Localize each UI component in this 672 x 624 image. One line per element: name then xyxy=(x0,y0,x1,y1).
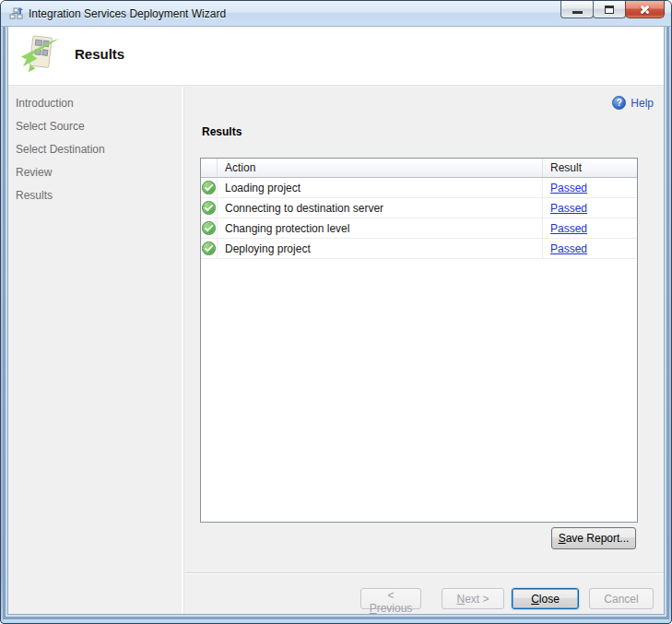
minimize-icon xyxy=(572,11,583,14)
sidebar-item-results: Results xyxy=(8,184,182,207)
status-cell xyxy=(201,198,218,218)
column-header-action[interactable]: Action xyxy=(218,159,543,177)
sidebar-item-introduction: Introduction xyxy=(8,92,182,115)
table-header: Action Result xyxy=(201,159,637,178)
result-link[interactable]: Passed xyxy=(550,242,587,255)
help-link[interactable]: ? Help xyxy=(612,96,654,110)
sidebar-item-select-destination: Select Destination xyxy=(8,138,182,161)
check-circle-icon xyxy=(202,201,216,215)
footer-buttons: < PreviousNext >CloseCancel xyxy=(360,588,654,609)
result-cell: Passed xyxy=(543,239,637,258)
table-body: Loading projectPassedConnecting to desti… xyxy=(201,178,637,259)
window-title: Integration Services Deployment Wizard xyxy=(29,7,226,20)
action-cell: Connecting to destination server xyxy=(218,198,543,218)
deployment-wizard-icon xyxy=(18,34,61,77)
result-link[interactable]: Passed xyxy=(550,222,587,235)
result-cell: Passed xyxy=(543,218,637,238)
result-cell: Passed xyxy=(543,198,637,218)
status-cell xyxy=(201,218,218,238)
table-row: Deploying projectPassed xyxy=(201,239,637,259)
maximize-icon xyxy=(605,6,614,14)
close-button[interactable]: Close xyxy=(512,588,579,609)
cancel-button[interactable]: Cancel xyxy=(589,588,654,609)
sidebar-divider xyxy=(182,87,183,614)
action-cell: Loading project xyxy=(218,178,543,197)
minimize-button[interactable] xyxy=(560,1,594,18)
app-icon xyxy=(9,6,24,21)
close-icon xyxy=(639,5,651,15)
table-row: Changing protection levelPassed xyxy=(201,218,637,239)
close-window-button[interactable] xyxy=(625,1,665,18)
help-question-icon: ? xyxy=(612,96,626,110)
save-report-button[interactable]: Save Report... xyxy=(551,527,636,549)
table-row: Connecting to destination serverPassed xyxy=(201,198,637,218)
column-header-result[interactable]: Result xyxy=(543,159,637,177)
action-cell: Deploying project xyxy=(218,239,543,258)
column-header-status xyxy=(201,159,218,177)
previous-button[interactable]: < Previous xyxy=(360,588,421,609)
titlebar[interactable]: Integration Services Deployment Wizard xyxy=(1,1,671,27)
sidebar-item-select-source: Select Source xyxy=(8,115,182,138)
next-button[interactable]: Next > xyxy=(442,588,504,609)
status-cell xyxy=(201,239,218,258)
footer-separator xyxy=(185,572,664,573)
window-controls xyxy=(561,1,665,18)
check-circle-icon xyxy=(202,241,216,255)
status-cell xyxy=(201,178,218,197)
result-link[interactable]: Passed xyxy=(550,182,587,194)
wizard-steps-sidebar: IntroductionSelect SourceSelect Destinat… xyxy=(8,87,182,614)
results-table: Action Result Loading projectPassedConne… xyxy=(200,158,638,523)
maximize-button[interactable] xyxy=(593,1,626,18)
wizard-window: Integration Services Deployment Wizard xyxy=(0,0,672,624)
check-circle-icon xyxy=(202,221,216,235)
sidebar-item-review: Review xyxy=(8,161,182,184)
check-circle-icon xyxy=(202,181,216,194)
result-link[interactable]: Passed xyxy=(550,202,587,215)
table-row: Loading projectPassed xyxy=(201,178,637,198)
help-label: Help xyxy=(631,97,654,110)
action-cell: Changing protection level xyxy=(218,218,543,238)
results-section-title: Results xyxy=(202,125,242,138)
page-title: Results xyxy=(75,46,124,62)
main-pane: ? Help Results Action Result Loading pro… xyxy=(185,87,664,614)
result-cell: Passed xyxy=(543,178,637,197)
wizard-header: Results xyxy=(8,27,664,86)
dialog-content: Results IntroductionSelect SourceSelect … xyxy=(8,27,664,614)
